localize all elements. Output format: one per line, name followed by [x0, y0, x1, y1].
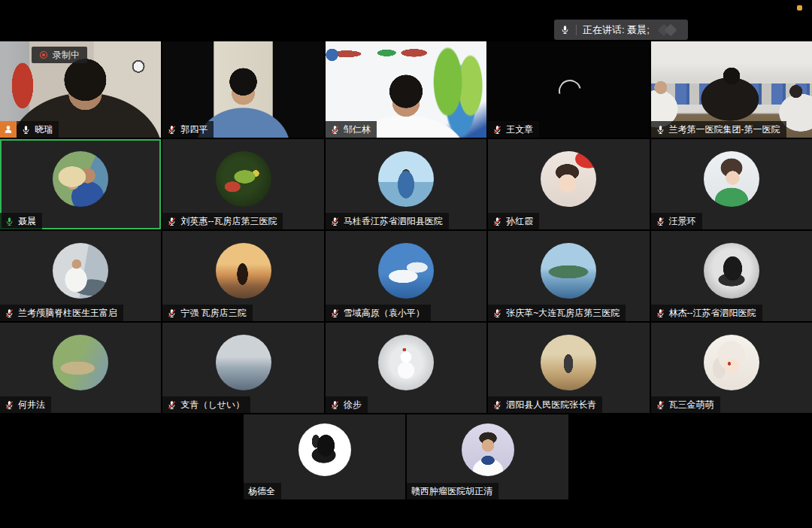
participant-tile[interactable]: 录制中 晓瑞	[0, 41, 161, 138]
participant-label-main: 兰考颅脑脊柱医生王富启	[0, 305, 123, 321]
participant-name: 泗阳县人民医院张长青	[506, 399, 596, 411]
participant-tile[interactable]: 兰考第一医院集团-第一医院	[651, 41, 812, 138]
participant-tile[interactable]: 聂晨	[0, 139, 161, 229]
mic-icon	[21, 125, 31, 135]
mic-icon	[656, 308, 665, 318]
participant-tile[interactable]: 王文章	[488, 41, 649, 138]
participant-tile[interactable]: 雪域高原（袁小平）	[326, 231, 486, 321]
participants-grid: 录制中 晓瑞	[0, 41, 812, 413]
participant-avatar	[541, 335, 596, 390]
participant-label: 瓦三金萌萌	[651, 396, 720, 413]
mic-icon	[656, 125, 665, 135]
meeting-topbar: 正在讲话: 聂晨;	[0, 0, 812, 41]
participant-label-main: 王文章	[488, 121, 539, 138]
participant-tile[interactable]: 兰考颅脑脊柱医生王富启	[0, 231, 161, 321]
participant-tile[interactable]: 瓦三金萌萌	[651, 323, 812, 413]
participant-label-main: 孙红霞	[488, 213, 539, 229]
participant-label: 刘英惠--瓦房店第三医院	[162, 213, 283, 229]
participant-name: 雪域高原（袁小平）	[344, 307, 425, 320]
participant-label: 聂晨	[0, 213, 42, 229]
participant-label: 支青（しせい）	[162, 396, 250, 413]
participant-label-main: 林杰--江苏省泗阳医院	[651, 305, 762, 321]
participant-name: 晓瑞	[35, 123, 53, 136]
participant-label: 汪景环	[651, 213, 702, 229]
participant-avatar	[704, 151, 759, 207]
participant-tile[interactable]: 徐步	[326, 323, 486, 413]
participant-label-main: 汪景环	[651, 213, 702, 229]
participant-name: 宁强 瓦房店三院	[180, 307, 246, 320]
mic-icon	[5, 217, 14, 226]
participant-tile[interactable]: 张庆革~大连瓦房店第三医院	[488, 231, 649, 321]
participant-label-main: 兰考第一医院集团-第一医院	[651, 121, 786, 138]
participant-tile[interactable]: 邹仁林	[326, 41, 486, 138]
participant-label: 泗阳县人民医院张长青	[488, 396, 602, 413]
mic-icon	[167, 400, 177, 410]
participant-label: 孙红霞	[488, 213, 539, 229]
participant-avatar	[378, 335, 434, 390]
meeting-window: 正在讲话: 聂晨; 录制中	[0, 0, 812, 528]
participant-label-main: 邹仁林	[326, 121, 377, 138]
participant-label-main: 支青（しせい）	[162, 396, 250, 413]
mic-icon	[5, 400, 14, 410]
participant-name: 孙红霞	[506, 215, 533, 228]
participant-label: 宁强 瓦房店三院	[162, 305, 252, 321]
participant-avatar	[216, 335, 271, 390]
participant-name: 何井法	[18, 399, 45, 411]
participant-label: 郭四平	[162, 121, 214, 138]
participant-name: 林杰--江苏省泗阳医院	[669, 307, 756, 320]
participant-tile[interactable]: 郭四平	[162, 41, 323, 138]
participant-label-main: 郭四平	[162, 121, 214, 138]
recording-indicator-text: 录制中	[53, 49, 80, 62]
participant-avatar	[216, 151, 271, 207]
participants-bottom-row: 杨德全 赣西肿瘤医院胡正清	[244, 414, 568, 499]
pill-divider	[576, 25, 577, 35]
participant-avatar	[298, 423, 351, 476]
participant-avatar	[541, 243, 596, 299]
participant-label-main: 赣西肿瘤医院胡正清	[407, 483, 498, 499]
participant-label: 杨德全	[244, 483, 281, 499]
participant-avatar	[704, 243, 759, 299]
participant-tile[interactable]: 汪景环	[651, 139, 812, 229]
participant-name: 赣西肿瘤医院胡正清	[411, 485, 492, 498]
participant-avatar	[53, 243, 108, 299]
participant-label-main: 晓瑞	[17, 121, 59, 138]
mic-icon	[656, 217, 665, 226]
member-badge-icon	[0, 121, 17, 138]
participant-label: 赣西肿瘤医院胡正清	[407, 483, 498, 499]
recording-indicator: 录制中	[32, 47, 87, 63]
participant-tile[interactable]: 马桂香江苏省泗阳县医院	[326, 139, 486, 229]
mic-icon	[560, 25, 570, 35]
mic-icon	[330, 308, 340, 318]
participant-name: 邹仁林	[344, 123, 371, 136]
participant-tile[interactable]: 宁强 瓦房店三院	[162, 231, 323, 321]
mic-icon	[167, 125, 177, 135]
participant-tile[interactable]: 泗阳县人民医院张长青	[488, 323, 649, 413]
participant-avatar	[541, 151, 596, 207]
participant-tile[interactable]: 刘英惠--瓦房店第三医院	[162, 139, 323, 229]
participant-label-main: 张庆革~大连瓦房店第三医院	[488, 305, 626, 321]
participant-name: 支青（しせい）	[180, 399, 244, 411]
notification-dot	[797, 5, 802, 11]
speaking-indicator[interactable]: 正在讲话: 聂晨;	[554, 20, 688, 40]
participant-name: 瓦三金萌萌	[669, 399, 714, 411]
participant-tile[interactable]: 支青（しせい）	[162, 323, 323, 413]
participant-name: 徐步	[344, 399, 362, 411]
mic-icon	[330, 217, 340, 226]
participant-label: 王文章	[488, 121, 539, 138]
participant-avatar	[462, 423, 514, 476]
participant-label-main: 刘英惠--瓦房店第三医院	[162, 213, 283, 229]
participant-label: 兰考第一医院集团-第一医院	[651, 121, 786, 138]
participant-label: 兰考颅脑脊柱医生王富启	[0, 305, 123, 321]
participant-tile[interactable]: 何井法	[0, 323, 161, 413]
participant-name: 王文章	[506, 123, 533, 136]
participant-tile[interactable]: 林杰--江苏省泗阳医院	[651, 231, 812, 321]
participant-label-main: 徐步	[326, 396, 368, 413]
participant-name: 兰考颅脑脊柱医生王富启	[18, 307, 117, 320]
participant-label-main: 宁强 瓦房店三院	[162, 305, 252, 321]
mic-icon	[167, 308, 177, 318]
mic-icon	[656, 400, 665, 410]
participant-tile[interactable]: 杨德全	[244, 414, 405, 499]
participant-tile[interactable]: 孙红霞	[488, 139, 649, 229]
participant-tile[interactable]: 赣西肿瘤医院胡正清	[407, 414, 568, 499]
participant-label-main: 杨德全	[244, 483, 281, 499]
